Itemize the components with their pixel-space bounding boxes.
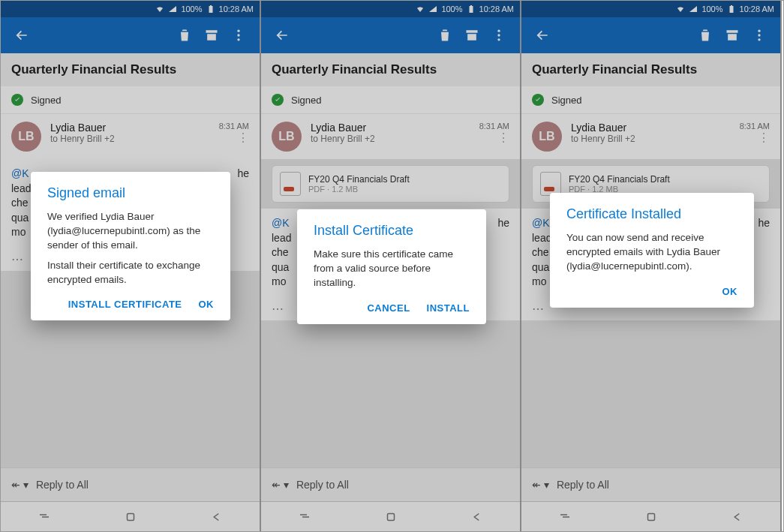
install-button[interactable]: INSTALL xyxy=(427,302,470,314)
back-button[interactable] xyxy=(8,22,35,49)
attachment-card[interactable]: FY20 Q4 Financials Draft PDF · 1.2 MB xyxy=(272,165,509,203)
overflow-button[interactable] xyxy=(485,22,512,49)
wifi-icon xyxy=(416,5,425,14)
svg-point-4 xyxy=(237,38,239,41)
sender-name: Lydia Bauer xyxy=(50,122,210,134)
delete-button[interactable] xyxy=(171,22,198,49)
sender-row[interactable]: LB Lydia Bauer to Henry Brill +2 8:31 AM… xyxy=(261,113,520,159)
battery-icon xyxy=(727,5,736,14)
battery-icon xyxy=(467,5,476,14)
nav-recents[interactable] xyxy=(36,509,53,525)
sender-name: Lydia Bauer xyxy=(571,122,731,134)
android-nav-bar xyxy=(261,501,520,531)
body-mention: @K xyxy=(532,217,550,229)
message-overflow-icon[interactable]: ⋮ xyxy=(740,131,770,145)
battery-percent: 100% xyxy=(181,5,202,14)
signed-row[interactable]: Signed xyxy=(521,86,780,113)
svg-rect-7 xyxy=(470,5,472,6)
body-right-edge: he xyxy=(490,216,509,231)
dialog-body-1: We verified Lydia Bauer (lydia@lucernepu… xyxy=(47,210,214,253)
nav-back[interactable] xyxy=(209,509,225,525)
svg-point-8 xyxy=(497,30,500,32)
ok-button[interactable]: OK xyxy=(722,286,738,297)
reply-all-icon: ↞ ▾ xyxy=(532,479,549,491)
svg-rect-5 xyxy=(127,513,134,520)
overflow-button[interactable] xyxy=(746,22,773,49)
reply-bar[interactable]: ↞ ▾ Reply to All xyxy=(261,467,520,501)
svg-point-9 xyxy=(497,34,500,36)
dialog-signed-email: Signed email We verified Lydia Bauer (ly… xyxy=(31,172,230,320)
body-left-edge: lead che qua mo xyxy=(11,182,31,239)
svg-rect-13 xyxy=(731,5,732,6)
delete-button[interactable] xyxy=(692,22,719,49)
nav-home[interactable] xyxy=(643,509,659,525)
clock-text: 10:28 AM xyxy=(219,5,254,14)
message-overflow-icon[interactable]: ⋮ xyxy=(479,131,509,145)
archive-button[interactable] xyxy=(458,22,485,49)
verified-badge-icon xyxy=(11,94,23,106)
email-subject: Quarterly Financial Results xyxy=(261,53,520,86)
email-subject: Quarterly Financial Results xyxy=(1,53,260,86)
message-overflow-icon[interactable]: ⋮ xyxy=(219,131,249,145)
attachment-name: FY20 Q4 Financials Draft xyxy=(308,174,410,185)
app-bar xyxy=(261,17,520,53)
sender-avatar: LB xyxy=(11,122,41,152)
delete-button[interactable] xyxy=(431,22,458,49)
body-left-edge: lead che qua mo xyxy=(532,232,551,288)
battery-percent: 100% xyxy=(701,5,722,14)
sender-name: Lydia Bauer xyxy=(311,122,470,134)
svg-point-2 xyxy=(237,30,239,32)
email-time: 8:31 AM xyxy=(740,122,770,131)
reply-label: Reply to All xyxy=(36,479,89,491)
svg-point-14 xyxy=(758,30,760,32)
app-bar xyxy=(521,17,780,53)
screen-2: 100% 10:28 AM Quarterly Financial Result… xyxy=(261,1,521,531)
svg-point-10 xyxy=(497,38,500,41)
dialog-install-certificate: Install Certificate Make sure this certi… xyxy=(297,209,486,324)
cancel-button[interactable]: CANCEL xyxy=(367,302,410,314)
nav-recents[interactable] xyxy=(557,509,573,525)
nav-back[interactable] xyxy=(469,509,485,525)
pdf-icon xyxy=(280,172,301,196)
signal-icon xyxy=(168,5,177,14)
sender-recipients: to Henry Brill +2 xyxy=(311,134,470,144)
signed-label: Signed xyxy=(551,95,581,106)
nav-home[interactable] xyxy=(122,509,139,525)
clock-text: 10:28 AM xyxy=(479,5,514,14)
body-left-edge: lead che qua mo xyxy=(272,232,291,288)
back-button[interactable] xyxy=(269,22,296,49)
archive-button[interactable] xyxy=(719,22,746,49)
body-mention: @K xyxy=(11,167,29,179)
clock-text: 10:28 AM xyxy=(740,5,774,14)
archive-button[interactable] xyxy=(198,22,225,49)
dialog-certificate-installed: Certificate Installed You can now send a… xyxy=(550,193,754,308)
svg-rect-17 xyxy=(647,513,654,520)
battery-icon xyxy=(206,5,215,14)
nav-home[interactable] xyxy=(383,509,399,525)
reply-bar[interactable]: ↞ ▾ Reply to All xyxy=(521,467,780,501)
verified-badge-icon xyxy=(272,94,284,106)
sender-row[interactable]: LB Lydia Bauer to Henry Brill +2 8:31 AM… xyxy=(521,113,780,159)
nav-back[interactable] xyxy=(729,509,746,525)
overflow-button[interactable] xyxy=(225,22,252,49)
email-time: 8:31 AM xyxy=(479,122,509,131)
screen-3: 100% 10:28 AM Quarterly Financial Result… xyxy=(521,1,782,531)
back-button[interactable] xyxy=(529,22,556,49)
nav-recents[interactable] xyxy=(296,509,313,525)
sender-row[interactable]: LB Lydia Bauer to Henry Brill +2 8:31 AM… xyxy=(1,113,260,159)
dialog-body-1: Make sure this certificate came from a v… xyxy=(314,248,470,290)
dialog-title: Install Certificate xyxy=(314,223,470,239)
install-certificate-button[interactable]: INSTALL CERTIFICATE xyxy=(68,299,182,310)
ok-button[interactable]: OK xyxy=(199,299,215,310)
status-bar: 100% 10:28 AM xyxy=(521,1,780,17)
attachment-meta: PDF · 1.2 MB xyxy=(308,185,410,194)
signed-row[interactable]: Signed xyxy=(1,86,260,113)
screen-1: 100% 10:28 AM Quarterly Financial Result… xyxy=(1,1,261,531)
status-bar: 100% 10:28 AM xyxy=(1,1,260,17)
dialog-body-1: You can now send and receive encrypted e… xyxy=(566,231,737,274)
svg-rect-0 xyxy=(209,6,212,13)
reply-bar[interactable]: ↞ ▾ Reply to All xyxy=(1,467,260,501)
signed-row[interactable]: Signed xyxy=(261,86,520,113)
reply-label: Reply to All xyxy=(557,479,609,491)
svg-rect-6 xyxy=(469,6,473,13)
